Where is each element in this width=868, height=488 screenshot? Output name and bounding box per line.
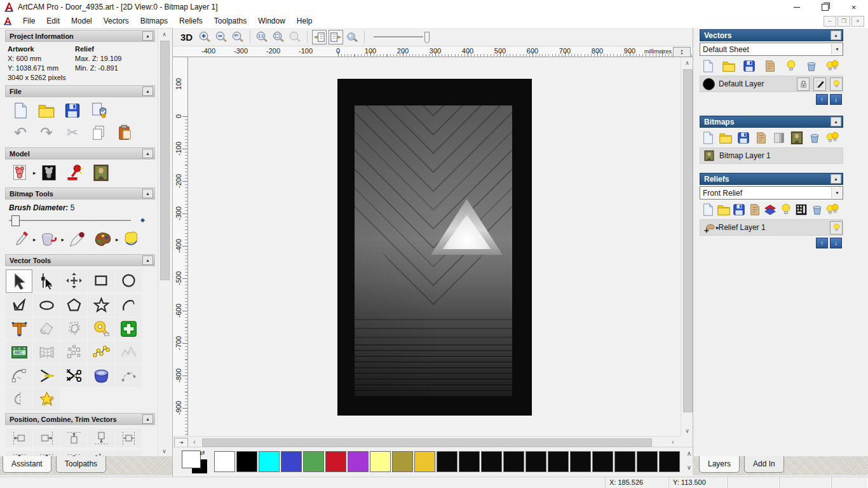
layer-colour-icon[interactable]: [703, 78, 715, 90]
edit-layer-button[interactable]: [813, 78, 826, 91]
colour-swatch[interactable]: [214, 451, 235, 472]
assistant-scrollbar[interactable]: ∧ ∨: [158, 29, 170, 456]
restore-icon[interactable]: [811, 0, 839, 14]
zoom-previous-icon[interactable]: [231, 30, 245, 44]
merge-layer-icon[interactable]: [754, 131, 768, 145]
wrap-vectors-tool[interactable]: [33, 388, 60, 410]
vector-doctor-tool[interactable]: [115, 318, 142, 340]
paste-along-curve-tool[interactable]: [60, 341, 87, 363]
bulbs-icon[interactable]: [825, 59, 839, 73]
colour-swatch[interactable]: [459, 451, 480, 472]
new-model-icon[interactable]: [11, 102, 29, 119]
text-in-box-tool[interactable]: ABC: [6, 341, 32, 363]
colour-swatch[interactable]: [392, 451, 413, 472]
create-ellipse-tool[interactable]: [33, 294, 60, 316]
mdi-close-icon[interactable]: ×: [851, 16, 864, 27]
transform-tool[interactable]: [60, 269, 87, 292]
bulbs-icon[interactable]: [825, 203, 839, 217]
create-rectangle-tool[interactable]: [88, 269, 114, 292]
new-layer-icon[interactable]: [701, 59, 715, 73]
align-inside-top3-tool[interactable]: [60, 451, 87, 456]
relief-layer-row[interactable]: ▸ Relief Layer 1: [700, 219, 843, 236]
gradient-icon[interactable]: [772, 131, 786, 145]
open-layer-icon[interactable]: [717, 203, 731, 217]
sheet-select[interactable]: Default Sheet ▼: [700, 43, 843, 56]
swap-colours-icon[interactable]: ⇄: [200, 449, 205, 456]
extrude-tool[interactable]: [88, 365, 114, 387]
create-star-tool[interactable]: [88, 294, 114, 316]
colour-swatch[interactable]: [414, 451, 435, 472]
align-inside-top-tool[interactable]: [6, 451, 32, 456]
offset-vectors-tool[interactable]: [60, 318, 87, 340]
primary-colour[interactable]: [182, 451, 201, 468]
trash-icon[interactable]: [804, 59, 818, 73]
bitmap-layer-row[interactable]: Bitmap Layer 1: [700, 147, 843, 164]
menu-file[interactable]: File: [17, 15, 41, 27]
minimize-icon[interactable]: [782, 0, 811, 14]
load-bitmap-icon[interactable]: [92, 164, 110, 182]
preview-icon[interactable]: [345, 30, 360, 44]
new-layer-icon[interactable]: [701, 203, 715, 217]
mdi-restore-icon[interactable]: ❐: [837, 16, 850, 27]
palette-icon[interactable]: [94, 231, 112, 248]
zoom-box-icon[interactable]: [271, 30, 286, 44]
align-right-tool[interactable]: [33, 428, 60, 447]
trim-vectors-tool[interactable]: [60, 365, 87, 387]
close-icon[interactable]: ×: [839, 0, 868, 14]
colour-swatch[interactable]: [637, 451, 658, 472]
save-layer-icon[interactable]: [742, 59, 756, 73]
create-polyline-tool[interactable]: [6, 294, 32, 316]
tab-layers[interactable]: Layers: [699, 456, 740, 473]
ruler-unit-dropdown[interactable]: ▲▼: [673, 47, 691, 57]
tab-assistant[interactable]: Assistant: [3, 456, 51, 473]
colour-swatch[interactable]: [370, 451, 391, 472]
menu-model[interactable]: Model: [65, 15, 98, 27]
collapse-icon[interactable]: ▲: [142, 31, 153, 41]
scroll-down-icon[interactable]: ∨: [158, 445, 170, 456]
model-notes-icon[interactable]: [90, 102, 107, 119]
brush-diameter-slider[interactable]: ◆: [9, 215, 149, 226]
palette-scroll-up-icon[interactable]: ∧: [687, 450, 691, 457]
paste-icon[interactable]: [116, 124, 133, 142]
2d-view-canvas[interactable]: [188, 57, 681, 436]
colour-swatch[interactable]: [659, 451, 680, 472]
zoom-1to1-icon[interactable]: 1:1: [255, 30, 269, 44]
collapse-icon[interactable]: ▲: [831, 174, 841, 184]
colour-swatch[interactable]: [259, 451, 280, 472]
align-inside-top2-tool[interactable]: [33, 451, 60, 456]
collapse-icon[interactable]: ▲: [831, 30, 841, 40]
align-centre-tool[interactable]: [115, 428, 142, 447]
move-layer-down-icon[interactable]: ↓: [830, 238, 842, 248]
flyout-icon[interactable]: ▸: [33, 170, 36, 176]
bulb-page-icon[interactable]: [779, 203, 793, 217]
redo-icon[interactable]: ↷: [37, 124, 55, 142]
chevron-down-icon[interactable]: ▼: [831, 44, 843, 55]
primary-secondary-colours[interactable]: ⇄: [180, 451, 211, 475]
zoom-object-icon[interactable]: [288, 30, 302, 44]
toggle-visibility-button[interactable]: [830, 78, 843, 91]
colour-swatch[interactable]: [526, 451, 546, 472]
copy-icon[interactable]: [90, 124, 107, 142]
chevron-down-icon[interactable]: ▼: [831, 187, 843, 198]
mirror-vectors-tool[interactable]: [6, 388, 32, 410]
colour-swatch[interactable]: [614, 451, 635, 472]
menu-vectors[interactable]: Vectors: [98, 15, 135, 27]
trash-icon[interactable]: [808, 131, 822, 145]
lock-layer-button[interactable]: [797, 78, 810, 91]
colour-swatch[interactable]: [570, 451, 591, 472]
align-left-tool[interactable]: [6, 428, 32, 447]
save-model-icon[interactable]: [64, 102, 81, 119]
flood-fill-icon[interactable]: [40, 231, 58, 248]
scatter-tool[interactable]: [88, 451, 114, 456]
measure-tool[interactable]: [88, 318, 114, 340]
canvas-vertical-scrollbar[interactable]: ∧ ∨: [681, 57, 693, 436]
vector-layer-row[interactable]: Default Layer: [700, 76, 843, 92]
colour-picker-icon[interactable]: [68, 231, 86, 248]
bulbs-icon[interactable]: [825, 131, 839, 145]
colour-swatch[interactable]: [592, 451, 613, 472]
colour-swatch[interactable]: [548, 451, 569, 472]
move-layer-up-icon[interactable]: ↑: [816, 94, 828, 105]
scroll-up-icon[interactable]: ∧: [681, 57, 693, 68]
tab-add-in[interactable]: Add In: [744, 456, 784, 473]
nesting-tool[interactable]: Nes: [115, 451, 142, 456]
